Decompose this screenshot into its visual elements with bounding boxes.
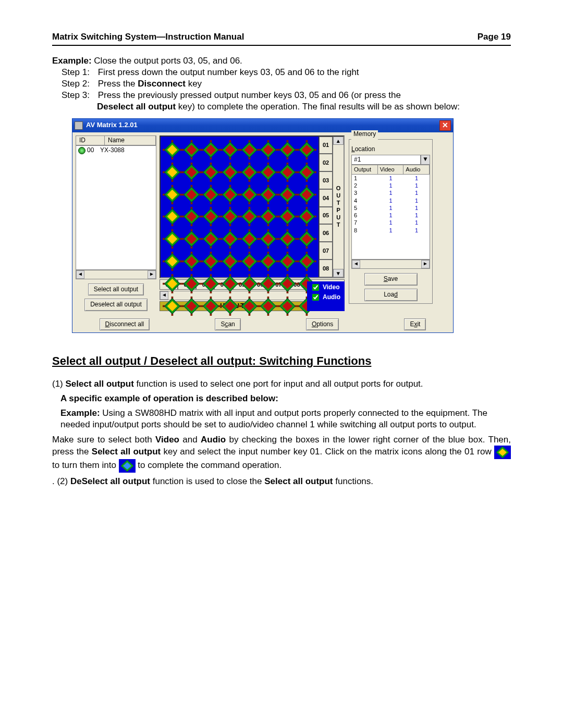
location-combo[interactable]: #1 ▼ [351,155,430,165]
matrix-node[interactable] [201,273,221,295]
video-checkbox[interactable]: Video [310,282,341,292]
matrix-node[interactable] [221,295,240,317]
matrix-node[interactable] [240,273,259,295]
matrix-node[interactable] [259,228,278,250]
matrix-node[interactable] [278,295,297,317]
table-row[interactable]: 311 [352,189,430,196]
matrix-node[interactable] [163,295,182,317]
matrix-grid[interactable]: 0102030405060708 ▴ OUTPUT ▾ [160,135,345,278]
table-row[interactable]: 711 [352,219,430,226]
table-row[interactable]: 211 [352,182,430,189]
routing-table[interactable]: Output Video Audio 111211311411511611711… [351,165,430,260]
matrix-node[interactable] [278,139,297,161]
select-all-output-button[interactable]: Select all output [88,283,144,296]
options-button[interactable]: Options [306,318,339,331]
matrix-node[interactable] [182,139,201,161]
matrix-node[interactable] [259,161,278,183]
scroll-down-icon[interactable]: ▾ [333,269,344,277]
output-button[interactable]: 04 [319,189,333,207]
matrix-node[interactable] [240,161,259,183]
matrix-node[interactable] [201,161,221,183]
matrix-node[interactable] [182,295,201,317]
output-button[interactable]: 05 [319,207,333,225]
matrix-node[interactable] [163,228,182,250]
matrix-node[interactable] [278,205,297,228]
matrix-node[interactable] [240,250,259,273]
matrix-node[interactable] [240,295,259,317]
matrix-node[interactable] [201,183,221,206]
matrix-node[interactable] [240,228,259,250]
matrix-node[interactable] [221,205,240,228]
matrix-node[interactable] [259,183,278,206]
list-item[interactable]: 00 YX-3088 [76,146,156,155]
matrix-node[interactable] [240,139,259,161]
h-scrollbar[interactable]: ◄ ► [76,270,156,279]
matrix-node[interactable] [240,183,259,206]
matrix-node[interactable] [278,183,297,206]
matrix-node[interactable] [278,228,297,250]
matrix-node[interactable] [259,250,278,273]
arrow-right-icon[interactable]: ► [421,260,430,268]
matrix-node[interactable] [297,228,316,250]
table-row[interactable]: 611 [352,212,430,219]
matrix-node[interactable] [182,183,201,206]
output-button[interactable]: 03 [319,171,333,189]
audio-checkbox[interactable]: Audio [310,292,341,302]
table-scrollbar[interactable]: ◄ ► [351,260,430,269]
matrix-node[interactable] [182,273,201,295]
matrix-node[interactable] [221,250,240,273]
matrix-node[interactable] [221,161,240,183]
output-button[interactable]: 02 [319,154,333,171]
matrix-node[interactable] [297,161,316,183]
matrix-node[interactable] [163,139,182,161]
matrix-node[interactable] [297,250,316,273]
table-row[interactable]: 511 [352,204,430,212]
matrix-node[interactable] [182,250,201,273]
matrix-node[interactable] [297,183,316,206]
chevron-down-icon[interactable]: ▼ [421,155,430,165]
matrix-node[interactable] [201,139,221,161]
matrix-node[interactable] [163,161,182,183]
output-button[interactable]: 01 [319,137,333,154]
table-row[interactable]: 411 [352,197,430,204]
scroll-up-icon[interactable]: ▴ [333,137,344,145]
matrix-node[interactable] [201,250,221,273]
matrix-node[interactable] [221,183,240,206]
matrix-node[interactable] [259,139,278,161]
matrix-node[interactable] [278,161,297,183]
matrix-node[interactable] [163,183,182,206]
matrix-node[interactable] [221,273,240,295]
matrix-node[interactable] [163,205,182,228]
arrow-left-icon[interactable]: ◄ [352,260,360,268]
matrix-node[interactable] [163,250,182,273]
arrow-left-icon[interactable]: ◄ [76,270,84,279]
output-button[interactable]: 06 [319,224,333,242]
matrix-node[interactable] [297,139,316,161]
matrix-node[interactable] [278,250,297,273]
matrix-node[interactable] [182,228,201,250]
close-icon[interactable]: ✕ [439,120,451,131]
scan-button[interactable]: Scan [215,318,240,331]
matrix-node[interactable] [297,205,316,228]
matrix-node[interactable] [240,205,259,228]
disconnect-all-button[interactable]: Disconnect all [100,318,150,331]
table-row[interactable]: 111 [352,175,430,182]
matrix-node[interactable] [259,273,278,295]
matrix-node[interactable] [201,205,221,228]
matrix-node[interactable] [201,295,221,317]
matrix-node[interactable] [182,161,201,183]
save-button[interactable]: Save [364,273,418,286]
matrix-node[interactable] [163,273,182,295]
matrix-node[interactable] [221,139,240,161]
matrix-node[interactable] [259,295,278,317]
matrix-node[interactable] [278,273,297,295]
output-button[interactable]: 08 [319,260,333,277]
matrix-node[interactable] [221,228,240,250]
matrix-node[interactable] [182,205,201,228]
load-button[interactable]: Load [364,289,418,301]
table-row[interactable]: 811 [352,227,430,234]
output-button[interactable]: 07 [319,242,333,260]
matrix-node[interactable] [259,205,278,228]
matrix-node[interactable] [201,228,221,250]
deselect-all-output-button[interactable]: Deselect all output [84,299,148,311]
